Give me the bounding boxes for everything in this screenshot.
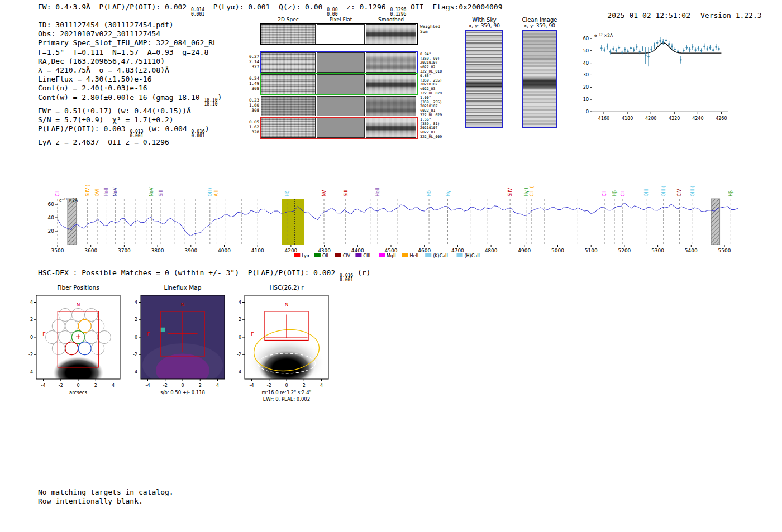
info-line: EWr = 0.51(±0.17) (w: 0.44(±0.15))Å [38,107,222,116]
svg-text:CII: CII [602,191,607,196]
info-line: Cont(w) = 2.80(±0.00)e-16 (gmag 18.10 18… [38,93,222,107]
spec2d-fiber-annotation: 1.56" (359, 81) 20210107 v022_01 322_RL_… [420,118,442,140]
svg-text:5500: 5500 [718,248,731,253]
legend-swatch [294,253,300,257]
spec2d-row-weights: 0.27 2.14 327 [246,54,259,69]
hscdex-line: HSC-DEX : Possible Matches = 0 (within +… [38,269,370,282]
svg-text:e⁻¹⁷ ×2Å: e⁻¹⁷ ×2Å [594,33,613,38]
panel-content [46,308,111,389]
info-line: F=1.5" T=0.111 N=1.57 A=0.93 g=24.8 [38,48,222,57]
svg-text:Lineflux Map: Lineflux Map [164,284,202,291]
svg-text:4240: 4240 [692,116,703,121]
stacked-value: 0.0140.001 [191,8,204,16]
spec2d-column-header: 2D Spec [278,17,298,22]
svg-text:4800: 4800 [485,248,498,253]
spec2d-fiber-annotation: 0.65" (359, 255) 20210107 v022_03 322_RL… [420,74,442,96]
info-line: Primary Spec_Slot_IFU_AMP: 322_084_062_R… [38,39,222,47]
fiber-circle [78,342,91,354]
svg-text:5400: 5400 [685,248,698,253]
svg-text:Hγ (: Hγ ( [524,188,529,196]
info-line: ID: 3011127454 (3011127454.pdf) [38,21,222,30]
svg-text:40: 40 [48,215,55,221]
svg-text:-4: -4 [28,370,33,375]
clean-image-title: Clean Image [520,17,559,23]
fiber-circle [59,330,71,343]
svg-text:0: 0 [181,383,184,388]
spec2d-fiber-annotation: 1.00" (359, 255) 20210107 v022_01 322_RL… [420,96,442,118]
svg-text:4500: 4500 [385,248,398,253]
svg-text:40: 40 [583,61,589,66]
info-line: RA,Dec (163.209656,47.751110) [38,57,222,66]
fiber-circle [52,319,65,332]
svg-text:arcsecs: arcsecs [69,390,88,395]
svg-text:2: 2 [30,317,33,322]
info-line: LineFlux = 4.30(±1.50)e-16 [38,75,222,84]
legend-swatch [425,253,431,257]
svg-text:0: 0 [135,335,137,340]
svg-text:N: N [77,302,80,308]
with-sky-coords: x, y: 359, 90 [464,23,504,28]
svg-text:SiII: SiII [159,190,164,196]
svg-text:20: 20 [583,85,589,90]
svg-text:OVI: OVI [95,189,100,196]
svg-text:CIII: CIII [363,253,370,258]
svg-text:4160: 4160 [598,116,609,121]
fiber-circles [46,308,111,354]
header-timestamp-version: 2025-01-02 12:51:02Version 1.22.3 [590,3,762,28]
svg-text:4220: 4220 [669,116,680,121]
svg-text:30: 30 [583,73,589,78]
zoom-spectrum-chart: 4160418042004220424042600102030405060e⁻¹… [575,27,732,124]
svg-text:s/b: 0.50 +/- 0.118: s/b: 0.50 +/- 0.118 [160,390,205,395]
legend: LyαOIICIVCIIIMgIIHeII(K)CaII(H)CaII [294,253,480,258]
svg-text:3600: 3600 [84,248,97,253]
stacked-value: 0.12960.1296 [390,8,406,16]
stacked-value: 0.0160.001 [192,130,205,138]
svg-text:SiIV (: SiIV ( [85,185,90,196]
svg-text:2: 2 [94,383,97,388]
svg-text:OII: OII [322,253,328,258]
fiber-circle [78,319,91,332]
svg-text:(K)CaII: (K)CaII [433,253,448,258]
info-line: Cont(n) = 2.40(±0.03)e-16 [38,84,222,93]
spec2d-strip [261,24,316,44]
fiber-circle [85,330,98,343]
svg-text:E: E [42,332,46,337]
svg-text:4100: 4100 [251,248,264,253]
map-blob [156,353,209,387]
svg-text:2: 2 [239,317,241,322]
svg-text:0: 0 [586,109,589,114]
svg-text:e⁻¹⁷ ×2Å: e⁻¹⁷ ×2Å [59,198,78,203]
svg-text:50: 50 [583,49,589,54]
axes: 3500360037003800390040004100420043004400… [48,202,731,253]
svg-text:CIV: CIV [677,189,682,196]
svg-text:-2: -2 [133,352,137,357]
legend-swatch [402,253,408,257]
info-line: LyA z = 2.4637 OII z = 0.1296 [38,138,222,147]
svg-text:3700: 3700 [118,248,131,253]
smoothed-strip [366,24,416,44]
spec2d-strip [261,96,316,116]
svg-text:4: 4 [320,383,323,388]
svg-text:Lyα: Lyα [302,253,309,258]
svg-text:60: 60 [48,202,55,207]
svg-text:N: N [285,302,289,308]
svg-text:Hζ: Hζ [285,191,290,196]
svg-text:N: N [181,302,185,308]
fiber-circle [65,319,78,332]
svg-text:NV: NV [322,190,327,196]
svg-text:OII (: OII ( [208,187,213,196]
svg-text:4: 4 [216,383,219,388]
svg-text:4180: 4180 [622,116,633,121]
clean-image-panel: Clean Image x, y: 359, 90 [520,17,559,128]
svg-text:60: 60 [583,36,589,41]
svg-text:4700: 4700 [451,248,464,253]
svg-text:-4: -4 [237,370,241,375]
svg-text:HeII: HeII [375,188,380,196]
pixelflat-strip [317,96,365,116]
svg-text:4900: 4900 [518,248,531,253]
with-sky-panel: With Sky x, y: 359, 90 [464,17,504,128]
info-line: λ = 4210.75Å σ = 4.83(±2.08)Å [38,66,222,75]
header-summary-line: EW: 0.4±3.9Å P(LAE)/P(OII): 0.002 0.0140… [38,3,502,16]
elixer-report-page: EW: 0.4±3.9Å P(LAE)/P(OII): 0.002 0.0140… [0,0,782,532]
svg-text:CIV: CIV [343,253,351,258]
